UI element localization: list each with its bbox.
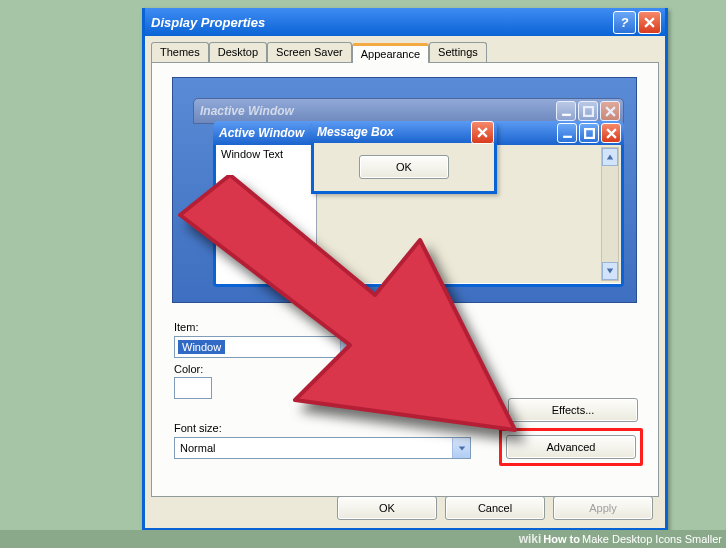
font-size-combobox[interactable]: Normal bbox=[174, 437, 471, 459]
preview-window-text: Window Text bbox=[216, 145, 317, 283]
effects-button[interactable]: Effects... bbox=[508, 398, 638, 422]
wikihow-brand: wiki bbox=[519, 532, 542, 546]
tab-screensaver[interactable]: Screen Saver bbox=[267, 42, 352, 62]
svg-rect-3 bbox=[585, 129, 594, 138]
maximize-icon bbox=[579, 123, 599, 143]
maximize-icon bbox=[578, 101, 598, 121]
scrollbar bbox=[601, 147, 619, 281]
preview-message-bar: Message Box bbox=[311, 121, 497, 143]
preview-inactive-title: Inactive Window bbox=[200, 104, 554, 118]
dialog-titlebar[interactable]: Display Properties ? bbox=[145, 8, 665, 36]
dialog-title: Display Properties bbox=[151, 15, 611, 30]
svg-rect-2 bbox=[563, 135, 572, 137]
tab-appearance[interactable]: Appearance bbox=[352, 43, 429, 63]
display-properties-dialog: Display Properties ? Themes Desktop Scre… bbox=[142, 8, 668, 531]
tab-settings[interactable]: Settings bbox=[429, 42, 487, 62]
preview-message-box: Message Box OK bbox=[311, 124, 497, 194]
svg-rect-0 bbox=[562, 113, 571, 115]
tab-desktop[interactable]: Desktop bbox=[209, 42, 267, 62]
close-icon bbox=[601, 123, 621, 143]
preview-active-window: Active Window Window Text bbox=[213, 124, 624, 287]
appearance-preview: Inactive Window Active Window Window Tex… bbox=[172, 77, 637, 303]
tab-themes[interactable]: Themes bbox=[151, 42, 209, 62]
tab-strip: Themes Desktop Screen Saver Appearance S… bbox=[151, 42, 659, 62]
minimize-icon bbox=[557, 123, 577, 143]
wikihow-caption: wiki How to Make Desktop Icons Smaller bbox=[0, 530, 726, 548]
appearance-tabpage: Inactive Window Active Window Window Tex… bbox=[151, 62, 659, 497]
preview-ok-button: OK bbox=[359, 155, 449, 179]
scroll-down-icon bbox=[602, 262, 618, 280]
svg-rect-1 bbox=[584, 107, 593, 116]
font-size-label: Font size: bbox=[174, 422, 222, 434]
close-icon bbox=[471, 121, 494, 144]
wikihow-how: How to bbox=[543, 533, 580, 545]
close-icon bbox=[600, 101, 620, 121]
help-button[interactable]: ? bbox=[613, 11, 636, 34]
ok-button[interactable]: OK bbox=[337, 496, 437, 520]
preview-message-title: Message Box bbox=[317, 125, 469, 139]
color-swatch[interactable] bbox=[174, 377, 212, 399]
font-size-value: Normal bbox=[180, 442, 215, 454]
minimize-icon bbox=[556, 101, 576, 121]
item-combobox-value: Window bbox=[178, 340, 225, 354]
item-combobox[interactable]: Window bbox=[174, 336, 359, 358]
advanced-button[interactable]: Advanced bbox=[506, 435, 636, 459]
wikihow-topic: Make Desktop Icons Smaller bbox=[582, 533, 722, 545]
chevron-down-icon bbox=[340, 337, 358, 357]
cancel-button[interactable]: Cancel bbox=[445, 496, 545, 520]
item-label: Item: bbox=[174, 321, 254, 333]
chevron-down-icon bbox=[452, 438, 470, 458]
apply-button[interactable]: Apply bbox=[553, 496, 653, 520]
scroll-up-icon bbox=[602, 148, 618, 166]
advanced-highlight: Advanced bbox=[499, 428, 643, 466]
color-label: Color: bbox=[174, 363, 203, 375]
dialog-button-row: OK Cancel Apply bbox=[337, 496, 653, 520]
close-button[interactable] bbox=[638, 11, 661, 34]
